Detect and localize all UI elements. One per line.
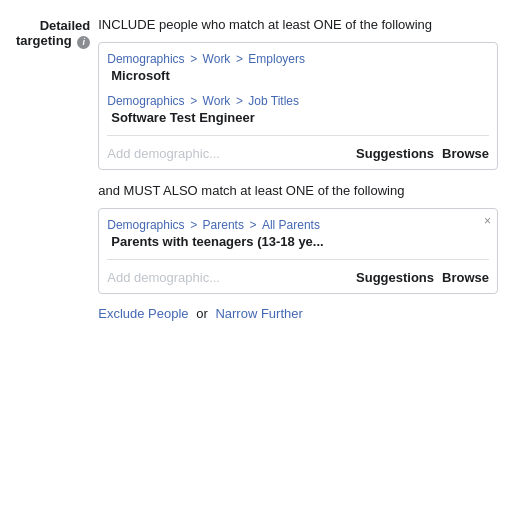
breadcrumb-sep-1: > — [190, 52, 200, 66]
breadcrumb-sep-2: > — [236, 52, 246, 66]
breadcrumb-link-work-2[interactable]: Work — [203, 94, 231, 108]
breadcrumb-sep-5: > — [190, 218, 200, 232]
exclude-row: Exclude People or Narrow Further — [98, 306, 498, 321]
first-box-item-2: Demographics > Work > Job Titles Softwar… — [107, 93, 489, 127]
first-box-add-input[interactable]: Add demographic... — [107, 146, 348, 161]
targeting-label-line2: targeting — [16, 33, 72, 48]
breadcrumb-link-demographics-2[interactable]: Demographics — [107, 94, 184, 108]
and-label: and MUST ALSO match at least ONE of the … — [98, 182, 498, 200]
second-box-browse-link[interactable]: Browse — [442, 270, 489, 285]
first-box-browse-link[interactable]: Browse — [442, 146, 489, 161]
second-box-add-input[interactable]: Add demographic... — [107, 270, 348, 285]
breadcrumb-link-demographics-3[interactable]: Demographics — [107, 218, 184, 232]
breadcrumb-sep-4: > — [236, 94, 246, 108]
close-button[interactable]: × — [484, 215, 491, 227]
job-title-value: Software Test Engineer — [107, 108, 489, 127]
parents-value: Parents with teenagers (13-18 ye... — [107, 232, 489, 251]
breadcrumb-link-work-1[interactable]: Work — [203, 52, 231, 66]
second-box-suggestions-link[interactable]: Suggestions — [356, 270, 434, 285]
breadcrumb-link-job-titles[interactable]: Job Titles — [248, 94, 299, 108]
first-targeting-box: Demographics > Work > Employers Microsof… — [98, 42, 498, 170]
breadcrumb-link-all-parents[interactable]: All Parents — [262, 218, 320, 232]
right-content: INCLUDE people who match at least ONE of… — [98, 16, 498, 321]
breadcrumb-link-demographics-1[interactable]: Demographics — [107, 52, 184, 66]
breadcrumb-sep-3: > — [190, 94, 200, 108]
employer-value: Microsoft — [107, 66, 489, 85]
include-label: INCLUDE people who match at least ONE of… — [98, 16, 498, 34]
second-box-add-row: Add demographic... Suggestions Browse — [107, 266, 489, 285]
first-box-suggestions-link[interactable]: Suggestions — [356, 146, 434, 161]
second-box-item-1: Demographics > Parents > All Parents Par… — [107, 217, 489, 251]
left-label: Detailed targeting i — [16, 16, 90, 49]
breadcrumb-sep-6: > — [250, 218, 260, 232]
breadcrumb-link-employers[interactable]: Employers — [248, 52, 305, 66]
first-box-divider — [107, 135, 489, 136]
second-targeting-box: × Demographics > Parents > All Parents P… — [98, 208, 498, 294]
detailed-targeting-label: Detailed — [40, 18, 91, 33]
first-box-add-row: Add demographic... Suggestions Browse — [107, 142, 489, 161]
first-box-item-1: Demographics > Work > Employers Microsof… — [107, 51, 489, 85]
narrow-further-link[interactable]: Narrow Further — [215, 306, 302, 321]
or-text: or — [196, 306, 208, 321]
exclude-people-link[interactable]: Exclude People — [98, 306, 188, 321]
second-box-divider — [107, 259, 489, 260]
breadcrumb-link-parents[interactable]: Parents — [203, 218, 244, 232]
targeting-info-icon[interactable]: i — [77, 36, 90, 49]
